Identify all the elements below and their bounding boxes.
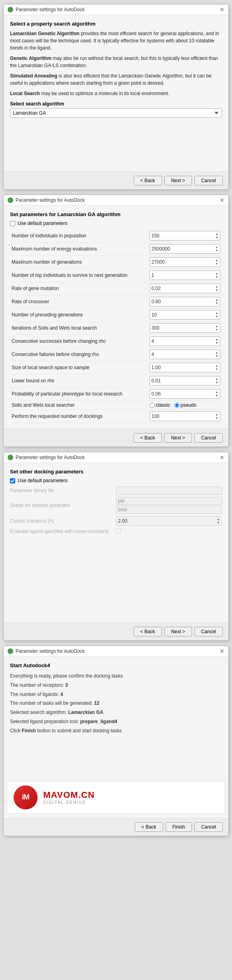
spin-arrows-2[interactable]: ▲▼ xyxy=(215,258,218,266)
back-button-1[interactable]: < Back xyxy=(134,176,162,185)
param-value-13: classic pseudo xyxy=(148,401,222,410)
table-row: Rate of crossover0.80▲▼ xyxy=(10,295,222,308)
spin-arrows-14[interactable]: ▲▼ xyxy=(215,413,218,420)
spin-value-5: 0.80 xyxy=(152,299,215,304)
section-title-4: Start Autodock4 xyxy=(10,662,222,668)
use-default-row-2: Use default parameters xyxy=(10,221,222,226)
radio-label-classic[interactable]: classic xyxy=(150,402,170,408)
spin-arrows-5[interactable]: ▲▼ xyxy=(215,298,218,305)
spin-input-11[interactable]: 0.01▲▼ xyxy=(150,376,221,386)
next-button-2[interactable]: Next > xyxy=(164,433,192,443)
param-library-label: Parameter library file xyxy=(10,488,116,493)
back-button-4[interactable]: < Back xyxy=(135,822,163,832)
desc-genetic-bold: Genetic Algorithm xyxy=(10,56,52,61)
spin-arrows-10[interactable]: ▲▼ xyxy=(215,364,218,371)
close-icon-4[interactable]: ✕ xyxy=(220,648,224,654)
spin-input-12[interactable]: 0.06▲▼ xyxy=(150,389,221,399)
spin-arrows-7[interactable]: ▲▼ xyxy=(215,324,218,332)
spin-input-14[interactable]: 100▲▼ xyxy=(150,411,221,421)
param-label-8: Consecutive successes before changing rh… xyxy=(10,335,148,348)
spin-value-9: 4 xyxy=(152,352,215,357)
close-icon-1[interactable]: ✕ xyxy=(220,7,224,12)
cancel-button-1[interactable]: Cancel xyxy=(194,176,223,185)
spin-input-9[interactable]: 4▲▼ xyxy=(150,350,221,359)
spin-arrows-6[interactable]: ▲▼ xyxy=(215,311,218,318)
titlebar-left-3: Parameter settings for AutoDock xyxy=(8,455,85,460)
desc-local-bold: Local Search xyxy=(10,91,40,96)
spin-arrows-11[interactable]: ▲▼ xyxy=(215,377,218,384)
desc-local: Local Search may be used to optimize a m… xyxy=(10,90,222,97)
param-label-7: Iterations of Solis and Wets local searc… xyxy=(10,322,148,335)
param-label-9: Consecutive failures before changing rho xyxy=(10,348,148,361)
spin-input-7[interactable]: 300▲▼ xyxy=(150,323,221,333)
spin-input-10[interactable]: 1.00▲▼ xyxy=(150,363,221,372)
table-row: Number of individuals in population150▲▼ xyxy=(10,229,222,243)
radio-input-pseudo[interactable] xyxy=(174,403,180,408)
watermark-logo: iM xyxy=(14,785,38,809)
titlebar-title-1: Parameter settings for AutoDock xyxy=(16,7,85,12)
spin-arrows-4[interactable]: ▲▼ xyxy=(215,285,218,292)
watermark-brand: MAVOM.CN xyxy=(43,790,95,800)
radio-label-pseudo[interactable]: pseudo xyxy=(174,402,196,408)
dialog-3: Parameter settings for AutoDock ✕ Set ot… xyxy=(3,452,229,641)
cluster-spinner[interactable]: ▲▼ xyxy=(217,517,220,525)
close-icon-2[interactable]: ✕ xyxy=(220,197,224,203)
param-value-12: 0.06▲▼ xyxy=(148,388,222,401)
watermark: iM MAVOM.CN DIGITAL GENIUS xyxy=(7,781,225,814)
app-icon-3 xyxy=(8,455,13,460)
spin-arrows-3[interactable]: ▲▼ xyxy=(215,272,218,279)
spin-input-8[interactable]: 4▲▼ xyxy=(150,336,221,346)
param-value-1: 2500000▲▼ xyxy=(148,243,222,256)
param-value-4: 0.02▲▼ xyxy=(148,282,222,295)
param-label-3: Number of top individuals to survive to … xyxy=(10,269,148,282)
titlebar-left-4: Parameter settings for AutoDock xyxy=(8,648,85,654)
close-icon-3[interactable]: ✕ xyxy=(220,455,224,460)
spin-value-7: 300 xyxy=(152,325,215,331)
spin-value-3: 1 xyxy=(152,272,215,278)
next-button-3[interactable]: Next > xyxy=(164,627,192,636)
cancel-button-4[interactable]: Cancel xyxy=(194,822,223,832)
start-line-3: The number of tasks will be generated: 1… xyxy=(10,699,222,708)
table-row: Consecutive successes before changing rh… xyxy=(10,335,222,348)
spin-arrows-0[interactable]: ▲▼ xyxy=(215,232,218,239)
dialog-body-2: Set parameters for Lamarckian GA algorit… xyxy=(4,206,228,429)
spin-input-4[interactable]: 0.02▲▼ xyxy=(150,284,221,293)
spin-input-6[interactable]: 10▲▼ xyxy=(150,310,221,320)
spin-input-2[interactable]: 27000▲▼ xyxy=(150,257,221,267)
spin-value-0: 150 xyxy=(152,233,215,239)
back-button-3[interactable]: < Back xyxy=(134,627,162,636)
cancel-button-2[interactable]: Cancel xyxy=(194,433,223,443)
back-button-2[interactable]: < Back xyxy=(134,433,162,443)
use-default-checkbox-2[interactable] xyxy=(10,221,15,226)
use-default-checkbox-3[interactable] xyxy=(10,478,15,483)
param-value-0: 150▲▼ xyxy=(148,229,222,243)
spin-value-2: 27000 xyxy=(152,259,215,265)
param-label-12: Probability of particular phenotype for … xyxy=(10,388,148,401)
spin-arrows-8[interactable]: ▲▼ xyxy=(215,338,218,345)
params-table-2: Number of individuals in population150▲▼… xyxy=(10,229,222,423)
spin-arrows-1[interactable]: ▲▼ xyxy=(215,245,218,252)
spin-arrows-9[interactable]: ▲▼ xyxy=(215,351,218,358)
use-default-label-3: Use default parameters xyxy=(18,478,68,483)
use-default-label-2: Use default parameters xyxy=(18,221,68,226)
next-button-1[interactable]: Next > xyxy=(164,176,192,185)
radio-group-13: classic pseudo xyxy=(150,402,221,408)
cancel-button-3[interactable]: Cancel xyxy=(194,627,223,636)
spin-input-1[interactable]: 2500000▲▼ xyxy=(150,244,221,254)
start-line-1: The number of receptors: 3 xyxy=(10,681,222,690)
section-title-3: Set other docking parameters xyxy=(10,469,222,475)
algorithm-select[interactable]: Lamarckian GA xyxy=(10,108,222,118)
spin-input-3[interactable]: 1▲▼ xyxy=(150,270,221,280)
param-value-8: 4▲▼ xyxy=(148,335,222,348)
finish-button[interactable]: Finish xyxy=(166,822,192,832)
radio-input-classic[interactable] xyxy=(150,403,155,408)
cluster-label: Cluster tolerance (A) xyxy=(10,518,116,524)
desc-genetic: Genetic Algorithm may also be run withou… xyxy=(10,55,222,69)
param-label-4: Rate of gene mutation xyxy=(10,282,148,295)
spin-input-5[interactable]: 0.80▲▼ xyxy=(150,297,221,306)
spin-input-0[interactable]: 150▲▼ xyxy=(150,231,221,241)
start-line-5: Selected ligand preparation tool: prepar… xyxy=(10,717,222,726)
table-row: Lower bound on rho0.01▲▼ xyxy=(10,374,222,388)
spin-arrows-12[interactable]: ▲▼ xyxy=(215,390,218,398)
param-label-0: Number of individuals in population xyxy=(10,229,148,243)
